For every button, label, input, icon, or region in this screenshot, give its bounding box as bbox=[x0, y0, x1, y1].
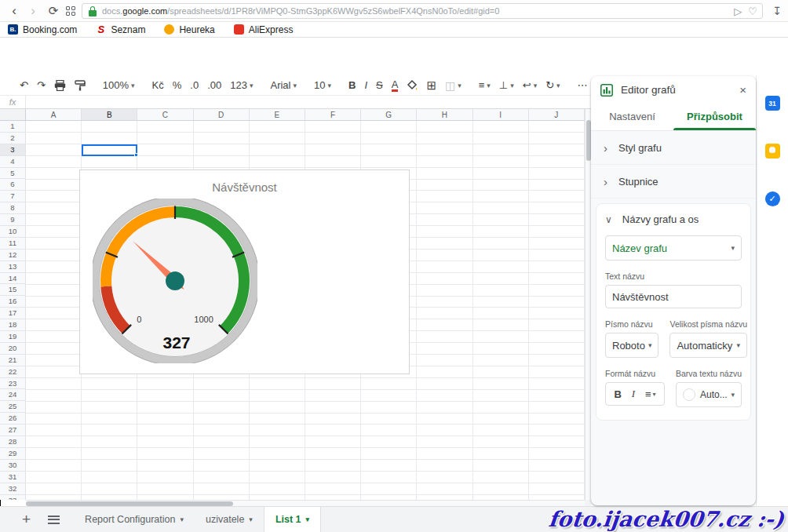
row-header-28[interactable]: 28 bbox=[0, 436, 26, 448]
title-bold-button[interactable]: B bbox=[614, 388, 621, 400]
speed-dial-icon[interactable] bbox=[66, 6, 76, 16]
column-header-F[interactable]: F bbox=[305, 109, 361, 121]
borders-button[interactable]: ⊞ bbox=[426, 78, 436, 93]
bookmark-booking[interactable]: B.Booking.com bbox=[8, 24, 77, 35]
address-bar[interactable]: docs.google.com/spreadsheets/d/1PR8rViMP… bbox=[82, 3, 763, 19]
more-formats-button[interactable]: 123▾ bbox=[230, 79, 253, 91]
title-font-size-select[interactable]: Automaticky ▾ bbox=[669, 333, 747, 358]
bookmark-seznam[interactable]: SSeznam bbox=[96, 24, 145, 35]
row-header-32[interactable]: 32 bbox=[0, 483, 26, 495]
row-header-12[interactable]: 12 bbox=[0, 250, 26, 261]
redo-icon[interactable]: ↷ bbox=[37, 79, 46, 91]
row-header-1[interactable]: 1 bbox=[0, 121, 26, 133]
format-percent-button[interactable]: % bbox=[173, 79, 182, 91]
row-header-5[interactable]: 5 bbox=[0, 168, 26, 180]
title-align-button[interactable]: ≡▾ bbox=[645, 388, 656, 400]
row-header-14[interactable]: 14 bbox=[0, 273, 26, 285]
back-icon[interactable]: ‹ bbox=[6, 2, 22, 19]
section-styl-grafu[interactable]: ›Styl grafu bbox=[591, 131, 756, 165]
row-header-16[interactable]: 16 bbox=[0, 296, 26, 308]
sheet-tab-report-configuration[interactable]: Report Configuration▾ bbox=[74, 507, 195, 532]
horizontal-scrollbar[interactable] bbox=[26, 500, 585, 506]
column-header-G[interactable]: G bbox=[361, 109, 417, 121]
row-header-29[interactable]: 29 bbox=[0, 448, 26, 460]
bold-button[interactable]: B bbox=[348, 79, 356, 91]
close-panel-icon[interactable]: × bbox=[739, 83, 746, 97]
section-stupnice[interactable]: ›Stupnice bbox=[591, 165, 756, 199]
sheet-tab-menu-icon[interactable]: ▾ bbox=[306, 507, 310, 532]
title-color-select[interactable]: Auto... ▾ bbox=[676, 382, 742, 407]
row-header-22[interactable]: 22 bbox=[0, 366, 26, 378]
column-header-J[interactable]: J bbox=[529, 109, 585, 121]
row-header-2[interactable]: 2 bbox=[0, 133, 26, 144]
row-header-4[interactable]: 4 bbox=[0, 156, 26, 168]
column-header-H[interactable]: H bbox=[417, 109, 472, 121]
gauge-chart-object[interactable]: Návštěvnost 01000327 bbox=[79, 169, 410, 374]
row-header-13[interactable]: 13 bbox=[0, 261, 26, 273]
downloads-icon[interactable]: ↧ bbox=[772, 5, 782, 17]
title-italic-button[interactable]: I bbox=[632, 388, 635, 400]
sheet-tab-menu-icon[interactable]: ▾ bbox=[180, 507, 184, 532]
keep-icon[interactable] bbox=[765, 144, 780, 159]
font-select[interactable]: Arial▾ bbox=[270, 79, 297, 91]
text-rotate-button[interactable]: ↻▾ bbox=[545, 79, 560, 91]
section-titles-header[interactable]: ∨ Názvy grafu a os bbox=[605, 213, 742, 225]
column-header-A[interactable]: A bbox=[26, 109, 82, 121]
select-all-corner[interactable] bbox=[0, 109, 26, 121]
calendar-icon[interactable]: 31 bbox=[765, 96, 780, 111]
column-header-I[interactable]: I bbox=[473, 109, 529, 121]
column-header-E[interactable]: E bbox=[250, 109, 305, 121]
reload-icon[interactable]: ⟳ bbox=[46, 2, 61, 19]
horizontal-align-button[interactable]: ≡▾ bbox=[479, 79, 491, 91]
title-type-select[interactable]: Název grafu ▾ bbox=[605, 235, 742, 261]
title-font-select[interactable]: Roboto ▾ bbox=[605, 333, 658, 358]
row-header-6[interactable]: 6 bbox=[0, 179, 26, 191]
row-header-15[interactable]: 15 bbox=[0, 284, 26, 296]
vertical-scrollbar[interactable] bbox=[585, 109, 591, 500]
text-color-button[interactable]: A bbox=[392, 79, 399, 92]
paint-format-icon[interactable] bbox=[75, 80, 86, 91]
row-header-30[interactable]: 30 bbox=[0, 460, 26, 472]
row-header-26[interactable]: 26 bbox=[0, 413, 26, 425]
strikethrough-button[interactable]: S bbox=[376, 79, 383, 91]
add-sheet-icon[interactable]: + bbox=[22, 511, 31, 528]
row-header-7[interactable]: 7 bbox=[0, 191, 26, 202]
vertical-align-button[interactable]: ⊥▾ bbox=[499, 79, 514, 91]
column-header-C[interactable]: C bbox=[137, 109, 193, 121]
bookmark-heart-icon[interactable]: ♡ bbox=[748, 5, 757, 17]
row-header-33[interactable]: 33 bbox=[0, 495, 26, 501]
more-toolbar-button[interactable]: ⋯ bbox=[578, 79, 588, 91]
formula-input[interactable] bbox=[26, 96, 591, 108]
row-header-19[interactable]: 19 bbox=[0, 331, 26, 343]
row-header-24[interactable]: 24 bbox=[0, 389, 26, 401]
sheet-tab-list-1[interactable]: List 1▾ bbox=[264, 507, 321, 532]
italic-button[interactable]: I bbox=[364, 79, 367, 91]
title-text-input[interactable] bbox=[605, 285, 742, 308]
text-wrap-button[interactable]: ↩▾ bbox=[523, 79, 537, 91]
fill-handle[interactable] bbox=[134, 153, 138, 157]
decrease-decimals-button[interactable]: .0 bbox=[190, 79, 199, 91]
row-header-3[interactable]: 3 bbox=[0, 144, 26, 156]
column-header-B[interactable]: B bbox=[82, 109, 137, 121]
all-sheets-icon[interactable] bbox=[48, 513, 60, 526]
sheet-tab-uzivatele[interactable]: uzivatele▾ bbox=[195, 507, 264, 532]
share-page-icon[interactable]: ▷ bbox=[734, 5, 742, 17]
editor-tab-nastavení[interactable]: Nastavení bbox=[591, 104, 673, 130]
row-header-17[interactable]: 17 bbox=[0, 308, 26, 319]
forward-icon[interactable]: › bbox=[25, 2, 41, 19]
row-header-31[interactable]: 31 bbox=[0, 472, 26, 483]
zoom-select[interactable]: 100%▾ bbox=[103, 79, 135, 91]
undo-icon[interactable]: ↶ bbox=[20, 79, 28, 91]
row-header-10[interactable]: 10 bbox=[0, 226, 26, 238]
print-icon[interactable] bbox=[54, 80, 66, 91]
row-header-11[interactable]: 11 bbox=[0, 238, 26, 250]
bookmark-ali[interactable]: AliExpress bbox=[234, 24, 294, 35]
format-currency-button[interactable]: Kč bbox=[152, 79, 164, 91]
editor-tab-přizpůsobit[interactable]: Přizpůsobit bbox=[673, 104, 756, 130]
row-header-20[interactable]: 20 bbox=[0, 343, 26, 355]
column-header-D[interactable]: D bbox=[194, 109, 250, 121]
increase-decimals-button[interactable]: .00 bbox=[207, 79, 221, 91]
font-size-select[interactable]: 10▾ bbox=[314, 79, 331, 91]
row-header-27[interactable]: 27 bbox=[0, 425, 26, 436]
row-header-9[interactable]: 9 bbox=[0, 214, 26, 226]
